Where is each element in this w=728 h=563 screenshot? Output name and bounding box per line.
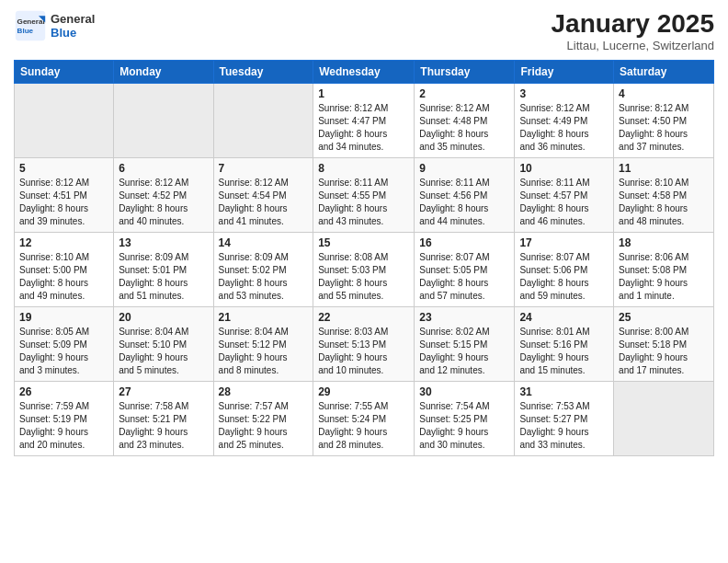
day-number: 5	[19, 162, 108, 175]
day-info: Sunrise: 8:06 AM Sunset: 5:08 PM Dayligh…	[619, 251, 709, 303]
day-number: 28	[219, 385, 309, 398]
day-info: Sunrise: 8:10 AM Sunset: 5:00 PM Dayligh…	[19, 251, 108, 303]
calendar-header-monday: Monday	[114, 61, 213, 84]
day-info: Sunrise: 8:08 AM Sunset: 5:03 PM Dayligh…	[318, 251, 409, 303]
calendar-cell: 24Sunrise: 8:01 AM Sunset: 5:16 PM Dayli…	[515, 307, 614, 382]
day-info: Sunrise: 8:00 AM Sunset: 5:18 PM Dayligh…	[619, 326, 709, 377]
calendar: SundayMondayTuesdayWednesdayThursdayFrid…	[14, 60, 714, 456]
day-info: Sunrise: 8:12 AM Sunset: 4:50 PM Dayligh…	[619, 102, 709, 154]
day-info: Sunrise: 8:07 AM Sunset: 5:05 PM Dayligh…	[419, 251, 509, 303]
day-info: Sunrise: 7:54 AM Sunset: 5:25 PM Dayligh…	[419, 400, 509, 452]
day-info: Sunrise: 7:55 AM Sunset: 5:24 PM Dayligh…	[318, 400, 409, 452]
calendar-cell	[614, 382, 714, 456]
calendar-cell: 21Sunrise: 8:04 AM Sunset: 5:12 PM Dayli…	[213, 307, 313, 382]
calendar-cell: 4Sunrise: 8:12 AM Sunset: 4:50 PM Daylig…	[614, 84, 714, 158]
day-info: Sunrise: 8:12 AM Sunset: 4:47 PM Dayligh…	[318, 102, 409, 154]
day-info: Sunrise: 8:07 AM Sunset: 5:06 PM Dayligh…	[519, 251, 609, 303]
calendar-header-wednesday: Wednesday	[313, 61, 415, 84]
logo: General Blue General Blue	[14, 9, 95, 42]
day-number: 27	[119, 385, 208, 398]
day-number: 6	[119, 162, 208, 175]
day-number: 10	[519, 162, 609, 175]
day-info: Sunrise: 8:04 AM Sunset: 5:12 PM Dayligh…	[219, 326, 309, 377]
calendar-cell: 5Sunrise: 8:12 AM Sunset: 4:51 PM Daylig…	[15, 158, 114, 233]
day-number: 19	[19, 311, 108, 324]
calendar-cell: 12Sunrise: 8:10 AM Sunset: 5:00 PM Dayli…	[15, 233, 114, 307]
calendar-cell: 25Sunrise: 8:00 AM Sunset: 5:18 PM Dayli…	[614, 307, 714, 382]
day-number: 16	[419, 236, 509, 249]
day-number: 25	[619, 311, 709, 324]
day-info: Sunrise: 8:05 AM Sunset: 5:09 PM Dayligh…	[19, 326, 108, 377]
calendar-cell: 19Sunrise: 8:05 AM Sunset: 5:09 PM Dayli…	[15, 307, 114, 382]
day-number: 29	[318, 385, 409, 398]
calendar-cell: 30Sunrise: 7:54 AM Sunset: 5:25 PM Dayli…	[415, 382, 515, 456]
logo-text: General Blue	[51, 12, 95, 40]
calendar-cell: 18Sunrise: 8:06 AM Sunset: 5:08 PM Dayli…	[614, 233, 714, 307]
calendar-cell: 28Sunrise: 7:57 AM Sunset: 5:22 PM Dayli…	[213, 382, 313, 456]
day-number: 13	[119, 236, 208, 249]
calendar-header-saturday: Saturday	[614, 61, 714, 84]
day-info: Sunrise: 7:59 AM Sunset: 5:19 PM Dayligh…	[19, 400, 108, 452]
day-number: 8	[318, 162, 409, 175]
calendar-cell: 29Sunrise: 7:55 AM Sunset: 5:24 PM Dayli…	[313, 382, 415, 456]
day-number: 12	[19, 236, 108, 249]
logo-icon: General Blue	[14, 9, 47, 42]
day-info: Sunrise: 8:12 AM Sunset: 4:48 PM Dayligh…	[419, 102, 509, 154]
day-number: 14	[219, 236, 309, 249]
calendar-cell: 2Sunrise: 8:12 AM Sunset: 4:48 PM Daylig…	[415, 84, 515, 158]
calendar-cell: 14Sunrise: 8:09 AM Sunset: 5:02 PM Dayli…	[213, 233, 313, 307]
svg-text:Blue: Blue	[17, 27, 34, 35]
day-number: 9	[419, 162, 509, 175]
calendar-week-4: 26Sunrise: 7:59 AM Sunset: 5:19 PM Dayli…	[15, 382, 714, 456]
day-info: Sunrise: 8:04 AM Sunset: 5:10 PM Dayligh…	[119, 326, 208, 377]
day-info: Sunrise: 8:09 AM Sunset: 5:02 PM Dayligh…	[219, 251, 309, 303]
calendar-cell: 22Sunrise: 8:03 AM Sunset: 5:13 PM Dayli…	[313, 307, 415, 382]
calendar-cell: 27Sunrise: 7:58 AM Sunset: 5:21 PM Dayli…	[114, 382, 213, 456]
day-info: Sunrise: 8:10 AM Sunset: 4:58 PM Dayligh…	[619, 177, 709, 228]
day-info: Sunrise: 8:11 AM Sunset: 4:56 PM Dayligh…	[419, 177, 509, 228]
day-number: 1	[318, 87, 409, 100]
calendar-cell: 10Sunrise: 8:11 AM Sunset: 4:57 PM Dayli…	[515, 158, 614, 233]
day-info: Sunrise: 8:12 AM Sunset: 4:54 PM Dayligh…	[219, 177, 309, 228]
calendar-cell: 7Sunrise: 8:12 AM Sunset: 4:54 PM Daylig…	[213, 158, 313, 233]
day-number: 15	[318, 236, 409, 249]
calendar-header-sunday: Sunday	[15, 61, 114, 84]
day-number: 17	[519, 236, 609, 249]
day-info: Sunrise: 8:09 AM Sunset: 5:01 PM Dayligh…	[119, 251, 208, 303]
calendar-header-tuesday: Tuesday	[213, 61, 313, 84]
day-info: Sunrise: 8:11 AM Sunset: 4:57 PM Dayligh…	[519, 177, 609, 228]
calendar-cell	[213, 84, 313, 158]
calendar-cell	[114, 84, 213, 158]
logo-blue: Blue	[51, 26, 95, 40]
day-number: 24	[519, 311, 609, 324]
calendar-cell: 26Sunrise: 7:59 AM Sunset: 5:19 PM Dayli…	[15, 382, 114, 456]
day-info: Sunrise: 8:12 AM Sunset: 4:49 PM Dayligh…	[519, 102, 609, 154]
day-number: 11	[619, 162, 709, 175]
svg-text:General: General	[17, 17, 45, 26]
calendar-cell: 3Sunrise: 8:12 AM Sunset: 4:49 PM Daylig…	[515, 84, 614, 158]
day-number: 26	[19, 385, 108, 398]
calendar-header-thursday: Thursday	[415, 61, 515, 84]
calendar-week-0: 1Sunrise: 8:12 AM Sunset: 4:47 PM Daylig…	[15, 84, 714, 158]
day-number: 31	[519, 385, 609, 398]
day-number: 18	[619, 236, 709, 249]
calendar-header-friday: Friday	[515, 61, 614, 84]
calendar-cell: 13Sunrise: 8:09 AM Sunset: 5:01 PM Dayli…	[114, 233, 213, 307]
day-number: 3	[519, 87, 609, 100]
logo-general: General	[51, 12, 95, 26]
day-number: 30	[419, 385, 509, 398]
day-number: 20	[119, 311, 208, 324]
calendar-cell: 23Sunrise: 8:02 AM Sunset: 5:15 PM Dayli…	[415, 307, 515, 382]
day-info: Sunrise: 8:12 AM Sunset: 4:51 PM Dayligh…	[19, 177, 108, 228]
calendar-week-3: 19Sunrise: 8:05 AM Sunset: 5:09 PM Dayli…	[15, 307, 714, 382]
calendar-week-1: 5Sunrise: 8:12 AM Sunset: 4:51 PM Daylig…	[15, 158, 714, 233]
day-number: 2	[419, 87, 509, 100]
location: Littau, Lucerne, Switzerland	[552, 39, 714, 52]
calendar-cell: 11Sunrise: 8:10 AM Sunset: 4:58 PM Dayli…	[614, 158, 714, 233]
month-year: January 2025	[552, 9, 714, 39]
day-number: 7	[219, 162, 309, 175]
calendar-cell: 16Sunrise: 8:07 AM Sunset: 5:05 PM Dayli…	[415, 233, 515, 307]
day-info: Sunrise: 7:53 AM Sunset: 5:27 PM Dayligh…	[519, 400, 609, 452]
day-info: Sunrise: 8:02 AM Sunset: 5:15 PM Dayligh…	[419, 326, 509, 377]
day-info: Sunrise: 8:11 AM Sunset: 4:55 PM Dayligh…	[318, 177, 409, 228]
